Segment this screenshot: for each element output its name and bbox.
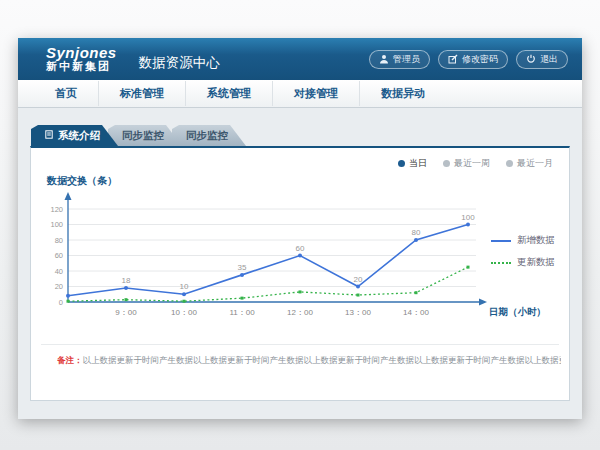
- app-header: Synjones 新中新集团 数据资源中心 管理员 修改密码 退出: [18, 38, 582, 80]
- user-icon: [379, 54, 389, 64]
- period-option-label: 最近一月: [517, 157, 553, 170]
- legend-swatch-1: [491, 262, 511, 264]
- footnote-label: 备注：: [57, 355, 83, 365]
- svg-text:80: 80: [412, 228, 421, 237]
- period-option-2[interactable]: 最近一月: [506, 157, 553, 170]
- period-option-0[interactable]: 当日: [398, 157, 427, 170]
- tab-label: 系统介绍: [58, 125, 100, 146]
- svg-text:40: 40: [55, 267, 63, 276]
- nav-item-system-mgmt[interactable]: 系统管理: [186, 81, 273, 106]
- svg-text:20: 20: [354, 275, 363, 284]
- period-option-1[interactable]: 最近一周: [443, 157, 490, 170]
- tab-label: 同步监控: [122, 125, 164, 146]
- tab-sync-monitor-2[interactable]: 同步监控: [172, 125, 246, 146]
- period-selector: 当日 最近一周 最近一月: [398, 157, 553, 170]
- svg-text:10: 10: [180, 282, 189, 291]
- change-password-button[interactable]: 修改密码: [438, 50, 508, 69]
- header-actions: 管理员 修改密码 退出: [369, 50, 568, 69]
- nav-item-standard-mgmt[interactable]: 标准管理: [99, 81, 186, 106]
- change-password-label: 修改密码: [462, 53, 498, 66]
- svg-text:60: 60: [296, 244, 305, 253]
- logo-text-cn: 新中新集团: [46, 61, 117, 73]
- tab-label: 同步监控: [186, 125, 228, 146]
- legend-label: 新增数据: [517, 234, 555, 247]
- radio-icon: [443, 160, 450, 167]
- document-icon: [45, 125, 53, 146]
- app-window: Synjones 新中新集团 数据资源中心 管理员 修改密码 退出: [18, 38, 582, 418]
- nav-item-home[interactable]: 首页: [34, 81, 99, 106]
- y-axis-title: 数据交换（条）: [47, 174, 117, 188]
- svg-text:20: 20: [55, 282, 63, 291]
- nav-item-interface-mgmt[interactable]: 对接管理: [273, 81, 360, 106]
- tab-strip: 系统介绍 同步监控 同步监控: [31, 125, 236, 146]
- footnote: 备注：以上数据更新于时间产生数据以上数据更新于时间产生数据以上数据更新于时间产生…: [57, 355, 561, 367]
- svg-text:0: 0: [59, 298, 63, 307]
- svg-text:14：00: 14：00: [403, 308, 429, 317]
- main-nav: 首页 标准管理 系统管理 对接管理 数据异动: [18, 80, 582, 108]
- chart-legend: 新增数据 更新数据: [491, 234, 555, 278]
- legend-label: 更新数据: [517, 256, 555, 269]
- svg-text:100: 100: [50, 220, 63, 229]
- svg-text:日期（小时）: 日期（小时）: [489, 306, 546, 318]
- chart-panel: 当日 最近一周 最近一月 数据交换（条） 0204060801001209：00…: [30, 146, 570, 401]
- svg-text:13：00: 13：00: [345, 308, 371, 317]
- svg-text:11：00: 11：00: [229, 308, 255, 317]
- company-logo: Synjones 新中新集团: [46, 45, 117, 72]
- svg-text:100: 100: [461, 213, 475, 222]
- legend-item-new-data[interactable]: 新增数据: [491, 234, 555, 247]
- svg-text:60: 60: [55, 251, 63, 260]
- tab-system-intro[interactable]: 系统介绍: [31, 125, 118, 146]
- nav-item-data-change[interactable]: 数据异动: [360, 81, 446, 106]
- svg-text:10：00: 10：00: [171, 308, 197, 317]
- footnote-text: 以上数据更新于时间产生数据以上数据更新于时间产生数据以上数据更新于时间产生数据以…: [83, 355, 562, 365]
- svg-text:12：00: 12：00: [287, 308, 313, 317]
- admin-button[interactable]: 管理员: [369, 50, 430, 69]
- edit-icon: [448, 54, 458, 64]
- period-option-label: 最近一周: [454, 157, 490, 170]
- logo-text-en: Synjones: [46, 45, 117, 61]
- panel-divider: [41, 344, 559, 345]
- logout-button[interactable]: 退出: [516, 50, 568, 69]
- admin-button-label: 管理员: [393, 53, 420, 66]
- content-area: 系统介绍 同步监控 同步监控 当日 最近一周: [18, 108, 582, 419]
- tab-sync-monitor-1[interactable]: 同步监控: [108, 125, 182, 146]
- power-icon: [526, 54, 536, 64]
- svg-text:80: 80: [55, 236, 63, 245]
- svg-text:35: 35: [238, 263, 247, 272]
- radio-icon: [506, 160, 513, 167]
- period-option-label: 当日: [409, 157, 427, 170]
- svg-text:18: 18: [122, 276, 131, 285]
- svg-text:120: 120: [50, 205, 63, 214]
- legend-item-updated-data[interactable]: 更新数据: [491, 256, 555, 269]
- radio-icon: [398, 160, 405, 167]
- legend-swatch-0: [491, 240, 511, 242]
- page-title: 数据资源中心: [139, 46, 220, 72]
- logout-label: 退出: [540, 53, 558, 66]
- svg-text:9：00: 9：00: [115, 308, 137, 317]
